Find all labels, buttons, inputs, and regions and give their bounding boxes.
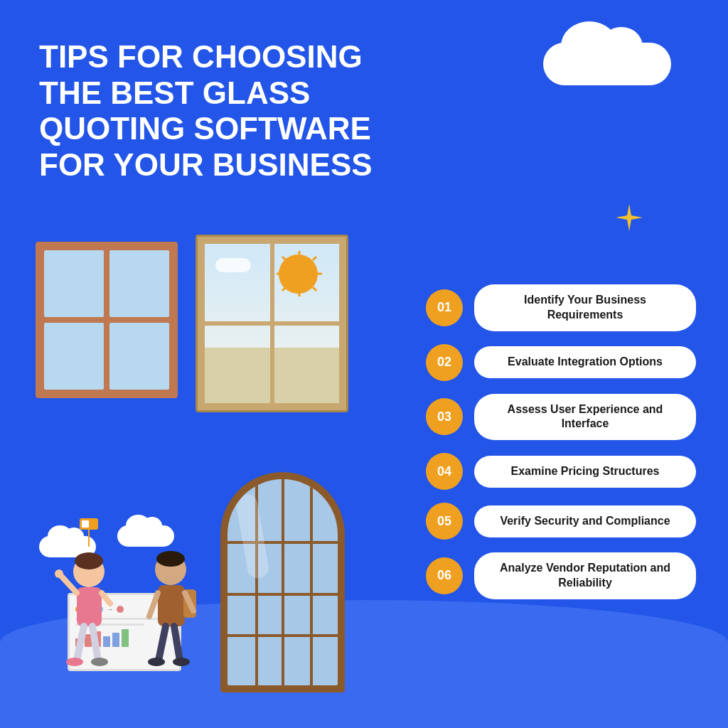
svg-point-28 — [148, 658, 165, 666]
sparkle-decoration — [614, 203, 644, 235]
list-item-3: 03Assess User Experience and Interface — [426, 394, 696, 441]
svg-line-13 — [60, 575, 77, 593]
list-number-5: 05 — [426, 503, 463, 540]
svg-line-17 — [92, 626, 98, 660]
svg-rect-12 — [77, 587, 102, 626]
list-item-1: 01Identify Your Business Requirements — [426, 284, 696, 331]
list-label-3: Assess User Experience and Interface — [474, 394, 696, 441]
svg-line-7 — [313, 287, 316, 291]
window-illustration-1 — [36, 242, 178, 398]
list-number-6: 06 — [426, 557, 463, 594]
svg-line-27 — [174, 626, 180, 660]
list-item-4: 04Examine Pricing Structures — [426, 453, 696, 490]
svg-marker-0 — [616, 204, 643, 231]
svg-point-21 — [156, 551, 185, 567]
svg-rect-32 — [82, 520, 89, 528]
people-illustration — [28, 511, 228, 696]
svg-point-1 — [284, 258, 315, 289]
window-illustration-2 — [196, 235, 348, 412]
svg-line-9 — [282, 287, 286, 291]
cloud-decoration — [543, 43, 671, 100]
svg-point-29 — [173, 658, 190, 666]
tips-list: 01Identify Your Business Requirements02E… — [426, 284, 696, 599]
list-item-6: 06Analyze Vendor Reputation and Reliabil… — [426, 552, 696, 599]
window-illustration-3 — [220, 472, 345, 692]
page-title: TIPS FOR CHOOSING THE BEST GLASS QUOTING… — [39, 39, 380, 183]
list-item-5: 05Verify Security and Compliance — [426, 503, 696, 540]
main-container: TIPS FOR CHOOSING THE BEST GLASS QUOTING… — [0, 0, 728, 728]
svg-point-18 — [66, 658, 83, 666]
list-number-2: 02 — [426, 344, 463, 381]
svg-line-15 — [102, 593, 110, 604]
list-label-5: Verify Security and Compliance — [474, 505, 696, 537]
list-label-2: Evaluate Integration Options — [474, 346, 696, 378]
list-label-1: Identify Your Business Requirements — [474, 284, 696, 331]
list-number-3: 03 — [426, 398, 463, 435]
svg-line-24 — [149, 593, 158, 616]
svg-line-8 — [313, 257, 316, 260]
list-item-2: 02Evaluate Integration Options — [426, 344, 696, 381]
list-number-4: 04 — [426, 453, 463, 490]
svg-point-19 — [91, 658, 108, 666]
svg-rect-22 — [158, 585, 185, 626]
svg-line-6 — [282, 257, 286, 260]
svg-point-11 — [75, 552, 103, 569]
list-label-6: Analyze Vendor Reputation and Reliabilit… — [474, 552, 696, 599]
list-label-4: Examine Pricing Structures — [474, 456, 696, 488]
list-number-1: 01 — [426, 289, 463, 326]
svg-line-16 — [77, 626, 84, 660]
svg-line-26 — [159, 626, 166, 660]
svg-point-14 — [55, 569, 63, 578]
